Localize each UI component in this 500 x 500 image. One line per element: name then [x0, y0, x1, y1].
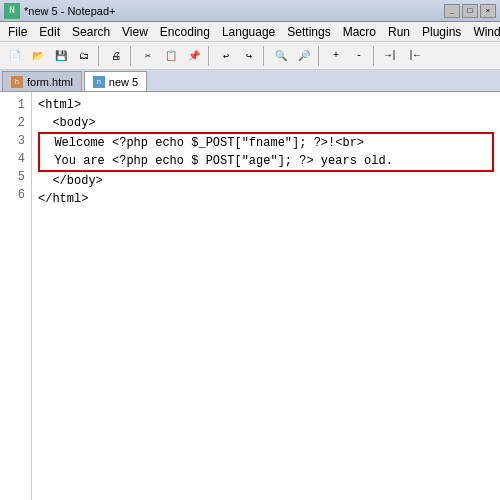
toolbar: 📄 📂 💾 🗂 🖨 ✂ 📋 📌 ↩ ↪ 🔍 🔎 + - →| |←: [0, 42, 500, 70]
line-number-6: 6: [0, 186, 31, 204]
window-title: *new 5 - Notepad+: [24, 5, 115, 17]
menu-view[interactable]: View: [116, 23, 154, 41]
tab-new5-icon: n: [93, 76, 105, 88]
app-icon: N: [4, 3, 20, 19]
menu-macro[interactable]: Macro: [337, 23, 382, 41]
close-button[interactable]: ×: [480, 4, 496, 18]
tab-form-icon: h: [11, 76, 23, 88]
print-button[interactable]: 🖨: [105, 45, 127, 67]
toolbar-separator-2: [130, 46, 134, 66]
outdent-button[interactable]: |←: [403, 45, 425, 67]
minimize-button[interactable]: _: [444, 4, 460, 18]
menu-window[interactable]: Window: [467, 23, 500, 41]
undo-button[interactable]: ↩: [215, 45, 237, 67]
new-button[interactable]: 📄: [4, 45, 26, 67]
code-line-2: <body>: [38, 114, 494, 132]
redo-button[interactable]: ↪: [238, 45, 260, 67]
save-all-button[interactable]: 🗂: [73, 45, 95, 67]
maximize-button[interactable]: □: [462, 4, 478, 18]
tab-bar: h form.html n new 5: [0, 70, 500, 92]
toolbar-separator-5: [318, 46, 322, 66]
tab-form-label: form.html: [27, 76, 73, 88]
menu-plugins[interactable]: Plugins: [416, 23, 467, 41]
menu-settings[interactable]: Settings: [281, 23, 336, 41]
tab-new5-label: new 5: [109, 76, 138, 88]
code-line-3[interactable]: Welcome <?php echo $_POST["fname"]; ?>!<…: [40, 134, 492, 152]
menu-bar: File Edit Search View Encoding Language …: [0, 22, 500, 42]
line-number-4: 4: [0, 150, 31, 168]
toolbar-separator-1: [98, 46, 102, 66]
paste-button[interactable]: 📌: [183, 45, 205, 67]
find-button[interactable]: 🔍: [270, 45, 292, 67]
copy-button[interactable]: 📋: [160, 45, 182, 67]
line-number-5: 5: [0, 168, 31, 186]
line-number-3: 3: [0, 132, 31, 150]
toolbar-separator-4: [263, 46, 267, 66]
menu-search[interactable]: Search: [66, 23, 116, 41]
code-line-6: </html>: [38, 190, 494, 208]
highlighted-block: Welcome <?php echo $_POST["fname"]; ?>!<…: [38, 132, 494, 172]
line-numbers: 1 2 3 4 5 6: [0, 92, 32, 500]
menu-file[interactable]: File: [2, 23, 33, 41]
menu-run[interactable]: Run: [382, 23, 416, 41]
code-line-4[interactable]: You are <?php echo $ POST["age"]; ?> yea…: [40, 152, 492, 170]
open-button[interactable]: 📂: [27, 45, 49, 67]
line-number-1: 1: [0, 96, 31, 114]
tab-new5[interactable]: n new 5: [84, 71, 147, 91]
toolbar-separator-6: [373, 46, 377, 66]
cut-button[interactable]: ✂: [137, 45, 159, 67]
find-replace-button[interactable]: 🔎: [293, 45, 315, 67]
save-button[interactable]: 💾: [50, 45, 72, 67]
zoom-in-button[interactable]: +: [325, 45, 347, 67]
code-editor[interactable]: <html> <body> Welcome <?php echo $_POST[…: [32, 92, 500, 500]
title-bar: N *new 5 - Notepad+ _ □ ×: [0, 0, 500, 22]
menu-encoding[interactable]: Encoding: [154, 23, 216, 41]
window-controls[interactable]: _ □ ×: [444, 4, 496, 18]
code-line-5: </body>: [38, 172, 494, 190]
editor-area: 1 2 3 4 5 6 <html> <body> Welcome <?php …: [0, 92, 500, 500]
menu-edit[interactable]: Edit: [33, 23, 66, 41]
toolbar-separator-3: [208, 46, 212, 66]
indent-button[interactable]: →|: [380, 45, 402, 67]
tab-form-html[interactable]: h form.html: [2, 71, 82, 91]
line-number-2: 2: [0, 114, 31, 132]
zoom-out-button[interactable]: -: [348, 45, 370, 67]
menu-language[interactable]: Language: [216, 23, 281, 41]
code-line-1: <html>: [38, 96, 494, 114]
title-bar-left: N *new 5 - Notepad+: [4, 3, 115, 19]
